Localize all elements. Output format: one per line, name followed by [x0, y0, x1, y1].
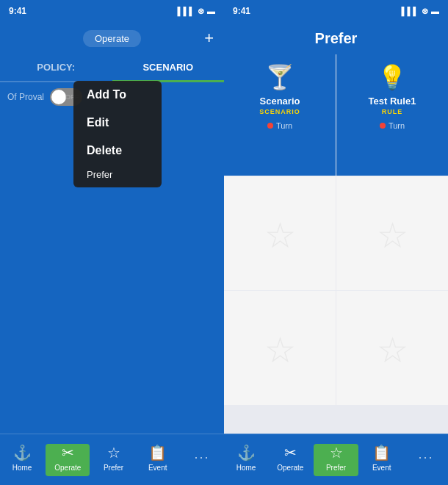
right-status-bar: 9:41 ▌▌▌ ⊛ ▬ — [224, 0, 448, 22]
scenario-status: Turn — [267, 121, 292, 130]
tab-policy[interactable]: POLICY: — [0, 54, 112, 81]
rule-status: Turn — [380, 121, 405, 130]
rule-cell-name: Test Rule1 — [369, 96, 416, 107]
add-button[interactable]: + — [204, 29, 214, 48]
left-nav-home[interactable]: ⚓ Home — [0, 444, 44, 476]
empty-cell-6[interactable]: ☆ — [336, 291, 448, 405]
scenario-status-dot — [267, 123, 273, 129]
scenario-cell-name: Scenario — [260, 96, 300, 107]
empty-cell-5[interactable]: ☆ — [224, 291, 336, 405]
empty-star-icon-3: ☆ — [264, 215, 296, 256]
right-time: 9:41 — [233, 6, 250, 16]
prefer-star-icon: ☆ — [107, 444, 120, 461]
operate-icon: ✂ — [62, 444, 74, 461]
empty-cell-4[interactable]: ☆ — [336, 176, 448, 290]
policy-label: Of Proval — [7, 92, 44, 102]
rule-status-text: Turn — [389, 121, 405, 130]
left-bottom-nav: ⚓ Home ✂ Operate ☆ Prefer 📋 Event ··· — [0, 434, 224, 485]
empty-cell-3[interactable]: ☆ — [224, 176, 336, 290]
right-header: Prefer — [224, 22, 448, 54]
empty-star-icon-5: ☆ — [264, 329, 296, 370]
left-nav-operate[interactable]: ✂ Operate — [46, 444, 90, 476]
right-nav-more[interactable]: ··· — [404, 450, 448, 470]
empty-star-icon-6: ☆ — [377, 329, 408, 370]
right-prefer-icon: ☆ — [330, 444, 343, 461]
empty-star-icon-4: ☆ — [377, 215, 408, 256]
left-nav-prefer[interactable]: ☆ Prefer — [91, 444, 135, 476]
tabs-row: POLICY: SCENARIO — [0, 54, 224, 82]
right-home-icon: ⚓ — [237, 444, 256, 461]
rule-cell-type: RULE — [382, 108, 403, 115]
right-panel: 9:41 ▌▌▌ ⊛ ▬ Prefer 🍸 Scenario SCENARIO … — [224, 0, 448, 485]
right-more-icon: ··· — [418, 450, 433, 465]
right-title: Prefer — [315, 30, 358, 47]
right-operate-icon: ✂ — [284, 444, 297, 461]
operate-label: Operate — [83, 30, 141, 47]
add-to-button[interactable]: Add To — [73, 81, 162, 109]
left-panel: 9:41 ▌▌▌ ⊛ ▬ Operate + POLICY: SCENARIO … — [0, 0, 224, 485]
edit-button[interactable]: Edit — [73, 109, 162, 137]
right-nav-operate[interactable]: ✂ Operate — [268, 444, 312, 476]
more-icon: ··· — [194, 450, 209, 465]
right-nav-prefer[interactable]: ☆ Prefer — [314, 444, 358, 476]
right-nav-home[interactable]: ⚓ Home — [224, 444, 268, 476]
right-nav-event[interactable]: 📋 Event — [360, 444, 404, 476]
right-bottom-nav: ⚓ Home ✂ Operate ☆ Prefer 📋 Event ··· — [224, 434, 448, 485]
rule-status-dot — [380, 123, 386, 129]
right-status-icons: ▌▌▌ ⊛ ▬ — [402, 7, 439, 16]
delete-button[interactable]: Delete — [73, 137, 162, 165]
context-menu: Add To Edit Delete Prefer — [73, 81, 162, 187]
right-event-icon: 📋 — [372, 444, 391, 461]
prefer-button[interactable]: Prefer — [73, 165, 162, 187]
left-header: Operate + — [0, 22, 224, 54]
event-icon: 📋 — [148, 444, 167, 461]
scenario-icon: 🍸 — [265, 63, 295, 91]
tab-scenario[interactable]: SCENARIO — [112, 54, 225, 82]
home-icon: ⚓ — [13, 444, 32, 461]
left-nav-event[interactable]: 📋 Event — [136, 444, 180, 476]
left-nav-more[interactable]: ··· — [180, 450, 224, 470]
prefer-grid: 🍸 Scenario SCENARIO Turn 💡 Test Rule1 RU… — [224, 54, 448, 434]
test-rule-cell[interactable]: 💡 Test Rule1 RULE Turn — [336, 54, 448, 176]
scenario-cell[interactable]: 🍸 Scenario SCENARIO Turn — [224, 54, 336, 176]
rule-icon: 💡 — [377, 63, 407, 91]
left-status-bar: 9:41 ▌▌▌ ⊛ ▬ — [0, 0, 224, 22]
toggle-knob — [51, 90, 66, 104]
left-time: 9:41 — [9, 6, 26, 16]
scenario-cell-type: SCENARIO — [259, 108, 300, 115]
scenario-status-text: Turn — [276, 121, 292, 130]
left-status-icons: ▌▌▌ ⊛ ▬ — [178, 7, 215, 16]
